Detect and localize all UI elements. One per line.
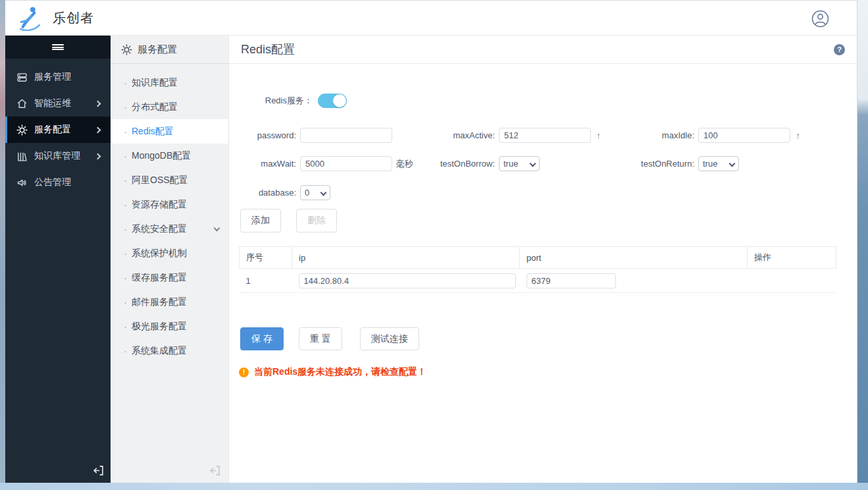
sidebar-item-knowledge-management[interactable]: 知识库管理 xyxy=(5,143,111,169)
max-wait-label: maxWait: xyxy=(229,159,296,169)
bullet: · xyxy=(124,297,127,307)
submenu-item-label: 缓存服务配置 xyxy=(132,272,187,284)
reset-button[interactable]: 重 置 xyxy=(299,327,342,350)
sidebar-item-service-management[interactable]: 服务管理 xyxy=(5,64,111,90)
test-on-borrow-label: testOnBorrow: xyxy=(397,159,495,169)
home-icon xyxy=(16,98,28,109)
bullet: · xyxy=(124,175,127,185)
submenu-item-label: 系统安全配置 xyxy=(132,223,187,235)
stepper-up-icon[interactable]: ↑ xyxy=(796,130,800,141)
submenu-item-label: MongoDB配置 xyxy=(132,150,191,162)
sidebar-item-announcement[interactable]: 公告管理 xyxy=(5,169,111,196)
sidebar-item-service-config[interactable]: 服务配置 xyxy=(5,117,111,143)
test-on-return-select[interactable]: true xyxy=(698,156,739,171)
sidebar-item-label: 服务配置 xyxy=(34,124,71,136)
sidebar-item-label: 智能运维 xyxy=(34,97,71,109)
add-button[interactable]: 添加 xyxy=(240,209,281,232)
gear-icon xyxy=(16,124,28,136)
submenu-item-label: 资源存储配置 xyxy=(132,199,187,211)
save-button[interactable]: 保 存 xyxy=(240,327,284,350)
redis-nodes-table: 序号 ip port 操作 1 xyxy=(239,246,836,293)
collapse-submenu-icon[interactable] xyxy=(209,465,220,476)
port-input[interactable] xyxy=(526,273,616,288)
submenu-item-system-protection[interactable]: ·系统保护机制 xyxy=(111,241,228,265)
max-idle-label: maxIdle: xyxy=(596,130,694,140)
database-select[interactable]: 0 xyxy=(300,185,330,200)
row-action-cell xyxy=(748,269,836,293)
col-header-ip: ip xyxy=(292,247,520,269)
submenu-item-system-security-config[interactable]: ·系统安全配置 xyxy=(111,217,228,241)
col-header-index: 序号 xyxy=(240,247,292,269)
app-window: 乐创者 服务管理 xyxy=(5,0,857,483)
table-row: 1 xyxy=(240,269,836,293)
desktop-edge-left xyxy=(0,0,5,490)
library-icon xyxy=(16,151,28,162)
content-header: Redis配置 ? xyxy=(229,36,857,64)
main-sidebar: 服务管理 智能运维 服务配置 xyxy=(5,36,111,483)
submenu-item-cache-service-config[interactable]: ·缓存服务配置 xyxy=(111,265,228,290)
bullet: · xyxy=(124,78,127,88)
help-icon[interactable]: ? xyxy=(834,44,845,55)
row-index-cell: 1 xyxy=(240,269,292,293)
submenu-item-label: Redis配置 xyxy=(132,126,174,138)
chevron-right-icon xyxy=(95,100,101,107)
chevron-right-icon xyxy=(95,153,101,159)
submenu-item-mail-service-config[interactable]: ·邮件服务配置 xyxy=(111,290,228,314)
bullet: · xyxy=(124,102,127,112)
test-on-return-label: testOnReturn: xyxy=(596,159,694,169)
redis-service-toggle[interactable] xyxy=(318,94,347,108)
submenu-item-label: 知识库配置 xyxy=(132,77,178,89)
collapse-sidebar-icon[interactable] xyxy=(93,465,104,476)
chevron-down-icon xyxy=(214,225,220,231)
submenu-item-label: 阿里OSS配置 xyxy=(132,175,188,186)
redis-service-label: Redis服务： xyxy=(229,95,313,107)
submenu-item-label: 极光服务配置 xyxy=(132,321,187,333)
bullet: · xyxy=(124,151,127,161)
submenu-item-distributed-config[interactable]: ·分布式配置 xyxy=(111,95,228,119)
col-header-action: 操作 xyxy=(748,247,836,269)
gear-icon xyxy=(121,44,132,55)
warning-icon: ! xyxy=(239,368,249,377)
delete-button[interactable]: 删除 xyxy=(296,209,337,232)
test-on-borrow-select[interactable]: true xyxy=(499,156,540,171)
submenu-panel: 服务配置 ·知识库配置 ·分布式配置 ·Redis配置 ·MongoDB配置 ·… xyxy=(111,36,229,483)
submenu-item-resource-storage-config[interactable]: ·资源存储配置 xyxy=(111,192,228,217)
speaker-icon xyxy=(16,177,28,188)
sidebar-item-smart-ops[interactable]: 智能运维 xyxy=(5,90,111,117)
ip-input[interactable] xyxy=(299,273,516,288)
max-active-input[interactable] xyxy=(499,128,591,143)
bullet: · xyxy=(124,126,127,136)
submenu-item-system-integration-config[interactable]: ·系统集成配置 xyxy=(111,339,228,363)
main-content: Redis配置 ? Redis服务： password: maxActive: … xyxy=(229,36,857,483)
top-header: 乐创者 xyxy=(5,0,857,36)
logo-runner-icon xyxy=(16,5,45,31)
page-title: Redis配置 xyxy=(241,41,295,57)
submenu-item-alioss-config[interactable]: ·阿里OSS配置 xyxy=(111,168,228,192)
submenu-item-jpush-service-config[interactable]: ·极光服务配置 xyxy=(111,314,228,339)
submenu-item-redis-config[interactable]: ·Redis配置 xyxy=(111,119,228,144)
row-port-cell xyxy=(520,269,748,293)
sidebar-item-label: 服务管理 xyxy=(34,71,71,83)
row-ip-cell xyxy=(292,269,520,293)
bullet: · xyxy=(124,346,127,356)
submenu-item-label: 邮件服务配置 xyxy=(132,296,187,308)
sidebar-item-label: 知识库管理 xyxy=(34,150,80,162)
user-avatar-icon[interactable] xyxy=(811,10,829,28)
max-wait-input[interactable] xyxy=(300,156,392,171)
menu-icon[interactable] xyxy=(5,36,111,59)
sidebar-item-label: 公告管理 xyxy=(34,177,71,188)
password-input[interactable] xyxy=(300,128,392,143)
table-header-row: 序号 ip port 操作 xyxy=(240,247,836,269)
submenu-item-label: 系统集成配置 xyxy=(132,345,187,357)
col-header-port: port xyxy=(520,247,748,269)
bullet: · xyxy=(124,273,127,283)
bullet: · xyxy=(124,248,127,258)
window-scrollbar[interactable] xyxy=(857,0,868,490)
bullet: · xyxy=(124,224,127,234)
max-idle-input[interactable] xyxy=(698,128,790,143)
submenu-item-knowledge-config[interactable]: ·知识库配置 xyxy=(111,70,228,95)
toggle-knob xyxy=(333,94,346,107)
database-label: database: xyxy=(229,188,296,198)
submenu-item-mongodb-config[interactable]: ·MongoDB配置 xyxy=(111,144,228,168)
test-connection-button[interactable]: 测试连接 xyxy=(360,327,419,350)
